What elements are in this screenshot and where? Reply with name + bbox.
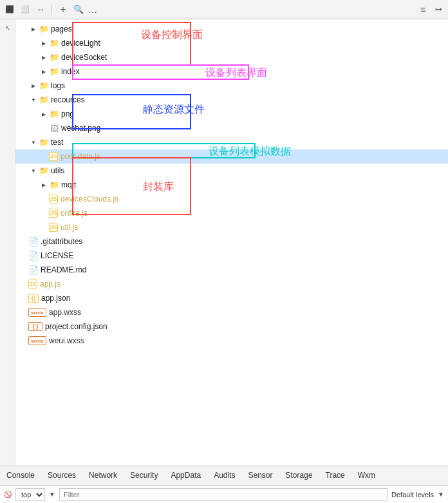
tree-item[interactable]: JSonfire.js xyxy=(15,206,448,220)
folder-icon: 📁 xyxy=(39,95,49,105)
wxss-icon: wxss xyxy=(28,336,46,345)
folder-arrow-icon[interactable]: ▶ xyxy=(39,109,49,119)
tree-item-label: recources xyxy=(51,95,85,104)
tree-item-label: deviceLight xyxy=(61,39,100,48)
folder-icon: 📁 xyxy=(49,66,59,77)
tab-sensor[interactable]: Sensor xyxy=(242,466,279,486)
tree-item-label: deviceSocket xyxy=(61,53,107,62)
file-icon: 📄 xyxy=(28,265,39,275)
dock-side-btn[interactable]: ↦ xyxy=(433,4,444,15)
folder-icon: 📁 xyxy=(39,137,49,147)
filter-levels-label: Default levels xyxy=(391,491,434,498)
tab-trace[interactable]: Trace xyxy=(319,466,351,486)
tree-item-label: app.wxss xyxy=(49,308,81,317)
new-tab-btn[interactable]: + xyxy=(57,4,69,15)
folder-icon: 📁 xyxy=(39,81,49,91)
folder-icon: 📁 xyxy=(39,166,49,176)
folder-arrow-icon[interactable]: ▶ xyxy=(28,24,39,34)
minimize-btn[interactable]: ⬛ xyxy=(4,4,15,15)
tree-item[interactable]: JSdevicesClouds.js xyxy=(15,192,448,206)
tree-item[interactable]: ▶📁deviceSocket xyxy=(15,50,448,64)
levels-arrow-icon[interactable]: ▼ xyxy=(438,491,444,498)
tab-appdata[interactable]: AppData xyxy=(164,466,207,486)
tree-item[interactable]: {}app.json xyxy=(15,291,448,305)
tree-item[interactable]: ▶📁png xyxy=(15,107,448,121)
tree-item[interactable]: JSapp.js xyxy=(15,277,448,291)
js-file-icon: JS xyxy=(49,152,58,161)
tree-item[interactable]: ▶📁index xyxy=(15,64,448,79)
json-icon: {} xyxy=(28,294,39,303)
tree-item[interactable]: ▼📁recources xyxy=(15,93,448,107)
tree-item-label: util.js xyxy=(61,223,78,232)
folder-icon: 📁 xyxy=(49,38,59,48)
folder-icon: 📁 xyxy=(49,52,59,62)
tree-item-label: project.config.json xyxy=(45,322,107,331)
folder-arrow-icon[interactable]: ▶ xyxy=(39,66,49,77)
tree-item-label: app.json xyxy=(41,294,70,303)
filter-arrow: ▼ xyxy=(49,491,55,498)
tree-item[interactable]: wxssapp.wxss xyxy=(15,305,448,319)
folder-arrow-icon[interactable]: ▶ xyxy=(39,38,49,48)
tree-item[interactable]: ▼📁utils xyxy=(15,164,448,178)
tree-item-label: index xyxy=(61,67,80,76)
folder-icon: 📁 xyxy=(49,109,59,119)
bottom-filter-bar: 🚫 top ▼ Default levels ▼ xyxy=(0,485,448,503)
tree-item[interactable]: ▶📁pages xyxy=(15,22,448,36)
tree-item-label: weui.wxss xyxy=(49,336,84,345)
restore-btn[interactable]: ⬜ xyxy=(19,4,31,15)
tab-security[interactable]: Security xyxy=(124,466,164,486)
file-tree-container: ▶📁pages▶📁deviceLight▶📁deviceSocket▶📁inde… xyxy=(15,19,448,466)
file-tree: ▶📁pages▶📁deviceLight▶📁deviceSocket▶📁inde… xyxy=(15,19,448,350)
tree-item[interactable]: ▶📁deviceLight xyxy=(15,36,448,50)
tab-wxm[interactable]: Wxm xyxy=(351,466,382,486)
cursor-icon[interactable]: ↖ xyxy=(2,22,14,33)
image-file-icon: 🖼 xyxy=(49,123,59,133)
top-toolbar: ⬛ ⬜ ↔ + 🔍 ... ≡ ↦ xyxy=(0,0,448,19)
folder-arrow-icon[interactable]: ▼ xyxy=(28,166,39,176)
tree-item[interactable]: 📄LICENSE xyxy=(15,249,448,263)
more-btn[interactable]: ... xyxy=(88,5,98,15)
tree-item[interactable]: 🖼wechat.png xyxy=(15,121,448,135)
tree-item-label: png xyxy=(61,109,74,119)
tree-item-label: post-data.js xyxy=(61,152,100,161)
js-file-icon: JS xyxy=(49,209,58,218)
tree-item-label: test xyxy=(51,138,63,147)
filter-context-select[interactable]: top xyxy=(15,488,45,501)
tab-sources[interactable]: Sources xyxy=(41,466,82,486)
tab-audits[interactable]: Audits xyxy=(207,466,241,486)
tree-item[interactable]: JSutil.js xyxy=(15,220,448,234)
folder-icon: 📁 xyxy=(49,180,59,190)
tree-item[interactable]: ▶📁mqtt xyxy=(15,178,448,192)
search-btn[interactable]: 🔍 xyxy=(73,4,84,15)
folder-arrow-icon[interactable]: ▶ xyxy=(28,81,39,91)
layout-btn[interactable]: ≡ xyxy=(417,4,429,15)
tree-item-label: README.md xyxy=(41,265,86,274)
tree-item-label: pages xyxy=(51,24,72,33)
tree-item[interactable]: ▼📁test xyxy=(15,135,448,149)
wxss-icon: wxss xyxy=(28,308,46,317)
filter-input[interactable] xyxy=(59,488,387,501)
folder-arrow-icon[interactable]: ▶ xyxy=(39,180,49,190)
tree-item[interactable]: 📄.gitattributes xyxy=(15,234,448,249)
tree-item-label: LICENSE xyxy=(41,251,73,260)
file-icon: 📄 xyxy=(28,251,39,261)
filter-no-icon[interactable]: 🚫 xyxy=(4,491,12,498)
tab-console[interactable]: Console xyxy=(0,466,41,486)
js-file-icon: JS xyxy=(49,223,58,232)
tab-storage[interactable]: Storage xyxy=(279,466,319,486)
tree-item[interactable]: 📄README.md xyxy=(15,263,448,277)
tab-network[interactable]: Network xyxy=(82,466,124,486)
folder-arrow-icon[interactable]: ▼ xyxy=(28,95,39,105)
js-file-icon: JS xyxy=(28,280,37,289)
tree-item[interactable]: {·}project.config.json xyxy=(15,319,448,334)
tree-item[interactable]: JSpost-data.js xyxy=(15,149,448,164)
folder-arrow-icon[interactable]: ▶ xyxy=(39,52,49,62)
folder-arrow-icon[interactable]: ▼ xyxy=(28,137,39,147)
dock-btn[interactable]: ↔ xyxy=(35,4,46,15)
tree-item-label: utils xyxy=(51,166,64,175)
tree-item[interactable]: wxssweui.wxss xyxy=(15,334,448,348)
json-config-icon: {·} xyxy=(28,322,42,331)
file-icon: 📄 xyxy=(28,236,39,247)
folder-icon: 📁 xyxy=(39,24,49,34)
tree-item[interactable]: ▶📁logs xyxy=(15,79,448,93)
